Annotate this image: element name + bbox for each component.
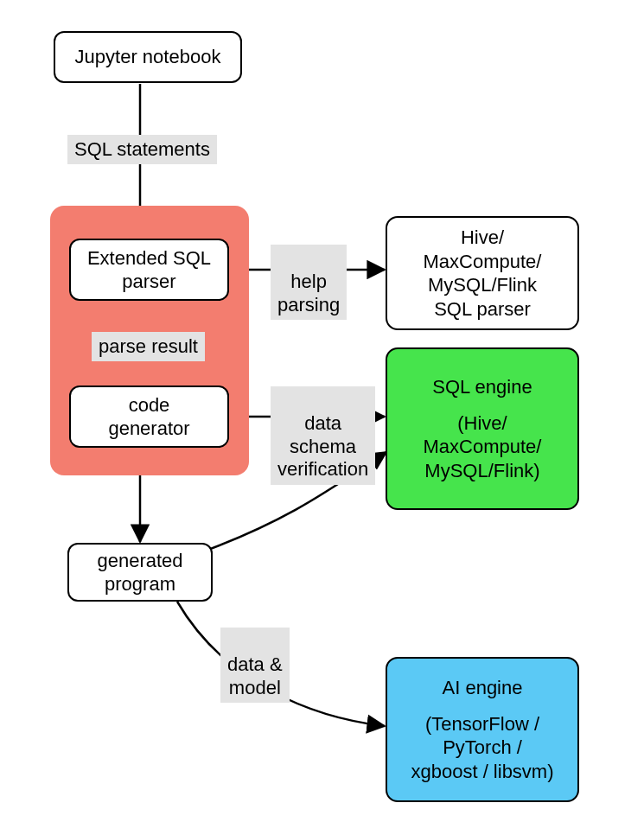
node-jupyter-notebook: Jupyter notebook — [54, 31, 242, 83]
node-generated-program: generated program — [67, 543, 213, 602]
node-label: code generator — [108, 393, 189, 441]
node-extended-sql-parser: Extended SQL parser — [69, 239, 229, 301]
label-sql-statements: SQL statements — [67, 135, 217, 164]
edge-label-text: parse result — [99, 335, 198, 357]
node-label: Extended SQL parser — [87, 246, 211, 294]
edge-label-text: data & model — [227, 653, 283, 698]
node-sql-engine: SQL engine (Hive/ MaxCompute/ MySQL/Flin… — [386, 347, 579, 510]
node-label: Hive/ MaxCompute/ MySQL/Flink SQL parser — [424, 226, 542, 321]
node-body: (TensorFlow / PyTorch / xgboost / libsvm… — [411, 712, 553, 784]
diagram-canvas: Jupyter notebook SQL statements Extended… — [0, 0, 644, 822]
node-title: AI engine — [443, 676, 523, 700]
node-label: Jupyter notebook — [75, 45, 221, 69]
label-parse-result: parse result — [92, 332, 205, 361]
edge-label-text: help parsing — [277, 271, 340, 315]
node-body: (Hive/ MaxCompute/ MySQL/Flink) — [424, 411, 542, 483]
label-help-parsing: help parsing — [271, 245, 347, 320]
node-hive-parser: Hive/ MaxCompute/ MySQL/Flink SQL parser — [386, 216, 579, 330]
edge-label-text: SQL statements — [74, 138, 210, 160]
label-data-model: data & model — [220, 628, 290, 703]
node-ai-engine: AI engine (TensorFlow / PyTorch / xgboos… — [386, 657, 579, 802]
label-data-schema-verification: data schema verification — [271, 386, 375, 485]
node-label: generated program — [97, 549, 182, 596]
edge-label-text: data schema verification — [277, 412, 368, 480]
node-title: SQL engine — [432, 375, 532, 399]
node-code-generator: code generator — [69, 386, 229, 448]
